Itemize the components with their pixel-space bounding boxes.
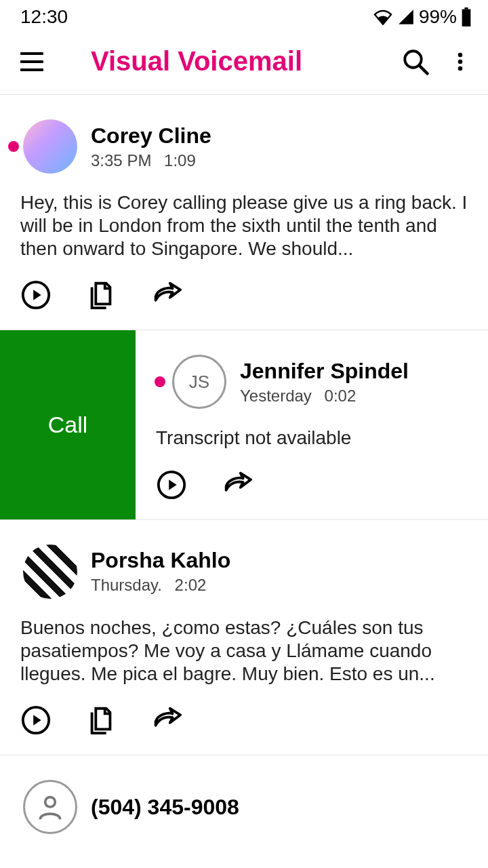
- play-button[interactable]: [20, 705, 52, 736]
- avatar[interactable]: [23, 780, 77, 834]
- caller-name: (504) 345-9008: [91, 795, 239, 820]
- voicemail-item[interactable]: Corey Cline 3:35 PM 1:09 Hey, this is Co…: [0, 95, 488, 330]
- svg-rect-1: [462, 9, 471, 26]
- svg-point-4: [458, 52, 463, 57]
- vm-duration: 2:02: [175, 576, 207, 594]
- svg-line-3: [419, 65, 427, 73]
- unread-indicator-icon: [8, 802, 19, 812]
- voicemail-meta: 3:35 PM 1:09: [91, 151, 211, 170]
- battery-level: 99%: [419, 6, 457, 28]
- avatar-initials: JS: [189, 372, 209, 393]
- menu-button[interactable]: [20, 52, 43, 71]
- voicemail-transcript: Buenos noches, ¿como estas? ¿Cuáles son …: [20, 616, 468, 686]
- page-title: Visual Voicemail: [91, 46, 302, 77]
- search-button[interactable]: [401, 47, 430, 76]
- svg-point-6: [458, 66, 463, 71]
- share-button[interactable]: [150, 279, 182, 311]
- battery-icon: [461, 7, 472, 26]
- vm-time: 3:35 PM: [91, 151, 151, 170]
- signal-icon: [397, 9, 415, 25]
- voicemail-item[interactable]: Porsha Kahlo Thursday. 2:02 Buenos noche…: [0, 520, 488, 755]
- voicemail-meta: Thursday. 2:02: [91, 576, 230, 595]
- avatar[interactable]: [23, 545, 77, 599]
- share-button[interactable]: [221, 469, 252, 500]
- swipe-call-label: Call: [48, 412, 88, 438]
- vm-duration: 0:02: [325, 387, 357, 405]
- play-button[interactable]: [156, 469, 187, 500]
- swipe-call-action[interactable]: Call: [0, 330, 136, 519]
- status-bar: 12:30 99%: [0, 0, 488, 34]
- avatar[interactable]: JS: [172, 355, 226, 409]
- voicemail-item[interactable]: Call JS Jennifer Spindel Yesterday 0:02 …: [0, 330, 488, 519]
- vm-duration: 1:09: [164, 151, 196, 170]
- caller-name: Jennifer Spindel: [240, 359, 409, 384]
- unread-indicator-icon: [155, 376, 165, 387]
- status-right: 99%: [373, 6, 472, 28]
- more-options-button[interactable]: [450, 47, 470, 76]
- voicemail-meta: Yesterday 0:02: [240, 387, 409, 406]
- voicemail-transcript: Hey, this is Corey calling please give u…: [20, 191, 468, 260]
- svg-point-5: [458, 59, 463, 64]
- play-button[interactable]: [20, 279, 52, 311]
- person-icon: [35, 792, 65, 822]
- copy-button[interactable]: [85, 705, 117, 736]
- svg-rect-0: [464, 7, 468, 9]
- voicemail-transcript: Transcript not available: [156, 427, 468, 450]
- share-button[interactable]: [150, 705, 182, 736]
- voicemail-item[interactable]: (504) 345-9008: [0, 755, 488, 834]
- copy-button[interactable]: [85, 279, 117, 311]
- svg-point-10: [45, 797, 56, 807]
- status-time: 12:30: [20, 6, 68, 28]
- caller-name: Porsha Kahlo: [91, 548, 230, 573]
- avatar[interactable]: [23, 119, 77, 174]
- unread-indicator-icon: [8, 566, 19, 577]
- vm-time: Thursday.: [91, 576, 162, 594]
- wifi-icon: [373, 9, 393, 25]
- unread-indicator-icon: [8, 141, 19, 152]
- caller-name: Corey Cline: [91, 123, 211, 149]
- vm-time: Yesterday: [240, 387, 312, 405]
- app-bar: Visual Voicemail: [0, 34, 488, 95]
